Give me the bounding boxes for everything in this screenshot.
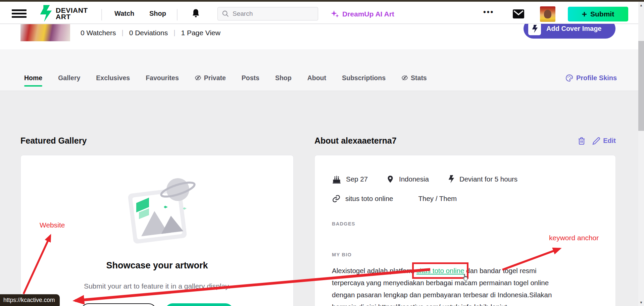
submit-button[interactable]: + Submit [568, 7, 628, 21]
eye-off-icon [401, 74, 408, 81]
bio-line4: bermain di sini https://kcactive.com/ un… [332, 301, 600, 306]
tab-shop[interactable]: Shop [275, 69, 292, 87]
deviantart-logo[interactable]: DEVIANT ART [38, 5, 88, 22]
delete-about-button[interactable] [578, 137, 586, 145]
tab-home-label: Home [24, 74, 42, 82]
tab-stats-label: Stats [411, 74, 427, 82]
watchers-count[interactable]: 0 Watchers [81, 29, 116, 37]
location-item: Indonesia [386, 174, 429, 184]
pencil-icon [592, 137, 600, 145]
profile-tab-bar: Home Gallery Exclusives Favourites Priva… [0, 49, 638, 91]
website-annotation-label: Website [40, 221, 65, 229]
user-avatar[interactable] [540, 6, 555, 22]
edit-label: Edit [603, 137, 616, 145]
search-input[interactable] [233, 10, 310, 17]
featured-gallery-actions [21, 303, 293, 306]
trash-icon [578, 137, 586, 145]
shop-link[interactable]: Shop [149, 10, 166, 17]
navbar-divider [101, 9, 102, 20]
hand-cursor-icon [461, 273, 469, 282]
scrollbar-thumb[interactable] [638, 41, 644, 131]
website-item[interactable]: situs toto online [332, 194, 393, 203]
keyword-anchor-annotation-label: keyword anchor [549, 234, 599, 242]
browser-status-url: https://kcactive.com [0, 294, 60, 306]
showcase-title: Showcase your artwork [21, 260, 293, 271]
deviantart-logo-icon [38, 5, 53, 22]
profile-skins-button[interactable]: Profile Skins [565, 69, 617, 87]
tab-posts[interactable]: Posts [242, 69, 259, 87]
hamburger-bar [12, 9, 27, 11]
featured-gallery-title: Featured Gallery [20, 136, 87, 146]
scrollbar-down-arrow[interactable]: ▼ [638, 300, 644, 305]
hamburger-bar [12, 16, 27, 18]
deviantart-profile-page: DEVIANT ART Watch Shop D [0, 0, 644, 306]
tab-favourites[interactable]: Favourites [146, 69, 179, 87]
deviant-since-value: Deviant for 5 hours [459, 175, 517, 183]
birthday-cake-icon [332, 174, 341, 184]
tab-gallery[interactable]: Gallery [58, 69, 80, 87]
window-top-edge [0, 0, 644, 2]
bio-heading: MY BIO [332, 252, 352, 257]
hamburger-menu-button[interactable] [12, 9, 27, 18]
navbar-divider [177, 9, 178, 20]
tab-about-label: About [307, 74, 326, 82]
deviantart-wordmark: DEVIANT ART [56, 7, 88, 20]
edit-about-button[interactable]: Edit [592, 137, 616, 145]
main-navbar: DEVIANT ART Watch Shop D [0, 2, 638, 24]
link-icon [332, 194, 341, 203]
deviantart-glyph-icon [528, 22, 541, 35]
birthday-item: Sep 27 [332, 174, 368, 184]
location-pin-icon [386, 174, 394, 184]
hamburger-bar [12, 13, 27, 14]
featured-gallery-primary-button[interactable] [165, 303, 233, 306]
pronouns-value: They / Them [418, 195, 457, 203]
active-tab-underline [24, 85, 42, 87]
featured-gallery-card: Showcase your artwork Submit your art to… [20, 155, 294, 306]
profile-skins-label: Profile Skins [576, 74, 617, 82]
profile-stats: 0 Watchers | 0 Deviations | 1 Page View [81, 24, 220, 41]
bio-keyword-link[interactable]: situs toto online [416, 267, 464, 274]
profile-header-strip: 0 Watchers | 0 Deviations | 1 Page View … [0, 24, 638, 49]
tab-exclusives-label: Exclusives [96, 74, 130, 82]
dreamup-ai-art-link[interactable]: DreamUp AI Art [331, 9, 394, 19]
notifications-bell-icon[interactable] [191, 8, 200, 19]
tab-home[interactable]: Home [24, 69, 42, 87]
about-section-header: About alexaaeterna7 Edit [314, 136, 616, 146]
scrollbar-up-arrow[interactable]: ▲ [638, 2, 644, 8]
watch-link[interactable]: Watch [114, 10, 134, 17]
messages-icon[interactable] [513, 9, 524, 19]
badges-heading: BADGES [332, 221, 355, 226]
showcase-subtitle: Submit your art to feature it in a galle… [21, 282, 293, 290]
tab-stats[interactable]: Stats [401, 69, 427, 87]
eye-off-icon [195, 74, 201, 81]
stats-separator: | [174, 29, 175, 37]
tab-private-label: Private [204, 74, 226, 82]
page-views-count: 1 Page View [181, 29, 220, 37]
deviant-since-item: Deviant for 5 hours [447, 175, 517, 184]
about-card: Sep 27 Indonesia Deviant for 5 hours [314, 155, 616, 306]
submit-label: Submit [590, 10, 614, 18]
tab-favourites-label: Favourites [146, 74, 179, 82]
website-value: situs toto online [345, 195, 393, 203]
deviantart-glyph-icon [447, 175, 455, 184]
tab-exclusives[interactable]: Exclusives [96, 69, 130, 87]
featured-gallery-secondary-button[interactable] [81, 303, 156, 306]
more-options-button[interactable]: ••• [483, 8, 494, 16]
about-title: About alexaaeterna7 [314, 136, 397, 146]
location-value: Indonesia [399, 175, 429, 183]
tab-shop-label: Shop [275, 74, 292, 82]
dreamup-label: DreamUp AI Art [342, 10, 394, 18]
search-bar[interactable] [217, 7, 318, 20]
tab-subscriptions[interactable]: Subscriptions [342, 69, 386, 87]
bio-line1-after: dan bandar togel resmi [464, 267, 536, 274]
pronouns-item: They / Them [418, 195, 457, 203]
stats-separator: | [121, 29, 123, 37]
search-icon [222, 10, 229, 17]
vertical-scrollbar[interactable]: ▲ ▼ [638, 2, 644, 306]
empty-gallery-illustration [115, 172, 199, 253]
tab-private[interactable]: Private [195, 69, 226, 87]
deviations-count[interactable]: 0 Deviations [129, 29, 168, 37]
tab-gallery-label: Gallery [58, 74, 80, 82]
profile-avatar-image[interactable] [20, 24, 70, 41]
tab-about[interactable]: About [307, 69, 326, 87]
